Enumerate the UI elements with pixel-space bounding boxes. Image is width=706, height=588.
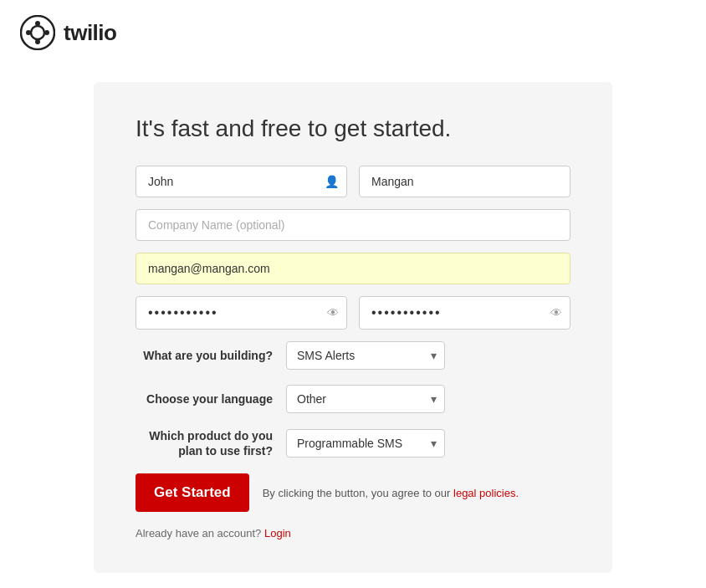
main-content: It's fast and free to get started. 👤 👁	[0, 65, 706, 588]
confirm-password-field[interactable]	[359, 296, 570, 330]
company-row	[136, 209, 570, 241]
show-password-icon[interactable]: 👁	[327, 306, 339, 320]
svg-point-3	[35, 39, 40, 44]
svg-point-2	[35, 21, 40, 26]
svg-point-1	[31, 26, 44, 39]
header: twilio	[0, 0, 706, 65]
confirm-password-wrapper: 👁	[359, 296, 570, 330]
first-name-field[interactable]	[136, 166, 347, 197]
building-select[interactable]: SMS Alerts Voice Alerts Authentication O…	[286, 341, 445, 370]
person-icon: 👤	[325, 175, 339, 188]
password-wrapper: 👁	[136, 296, 347, 330]
password-row: 👁 👁	[136, 296, 570, 330]
last-name-field[interactable]	[359, 166, 570, 197]
svg-point-4	[26, 30, 31, 35]
page-title: It's fast and free to get started.	[136, 115, 570, 142]
language-row: Choose your language Other Python JavaSc…	[136, 385, 570, 413]
show-confirm-password-icon[interactable]: 👁	[550, 306, 562, 320]
signup-card: It's fast and free to get started. 👤 👁	[94, 82, 612, 573]
building-label: What are you building?	[136, 348, 286, 363]
company-field[interactable]	[136, 209, 570, 241]
legal-policies-link[interactable]: legal policies.	[453, 487, 519, 499]
login-link[interactable]: Login	[264, 527, 291, 539]
product-select-wrapper: Programmable SMS Programmable Voice Auth…	[286, 429, 445, 458]
email-row	[136, 253, 570, 284]
product-label: Which product do youplan to use first?	[136, 428, 286, 458]
name-row: 👤	[136, 166, 570, 197]
last-name-wrapper	[359, 166, 570, 197]
login-row: Already have an account? Login	[136, 527, 570, 539]
terms-text: By clicking the button, you agree to our…	[263, 487, 519, 499]
product-select[interactable]: Programmable SMS Programmable Voice Auth…	[286, 429, 445, 458]
submit-row: Get Started By clicking the button, you …	[136, 473, 570, 512]
logo: twilio	[20, 15, 116, 50]
first-name-wrapper: 👤	[136, 166, 347, 197]
password-field[interactable]	[136, 296, 347, 330]
svg-point-5	[44, 30, 49, 35]
logo-text: twilio	[64, 20, 116, 46]
product-row: Which product do youplan to use first? P…	[136, 428, 570, 458]
twilio-logo-icon	[20, 15, 55, 50]
get-started-button[interactable]: Get Started	[136, 473, 249, 512]
email-field[interactable]	[136, 253, 570, 284]
building-row: What are you building? SMS Alerts Voice …	[136, 341, 570, 370]
language-label: Choose your language	[136, 391, 286, 406]
language-select[interactable]: Other Python JavaScript Ruby PHP Java C#	[286, 385, 445, 413]
language-select-wrapper: Other Python JavaScript Ruby PHP Java C#	[286, 385, 445, 413]
building-select-wrapper: SMS Alerts Voice Alerts Authentication O…	[286, 341, 445, 370]
